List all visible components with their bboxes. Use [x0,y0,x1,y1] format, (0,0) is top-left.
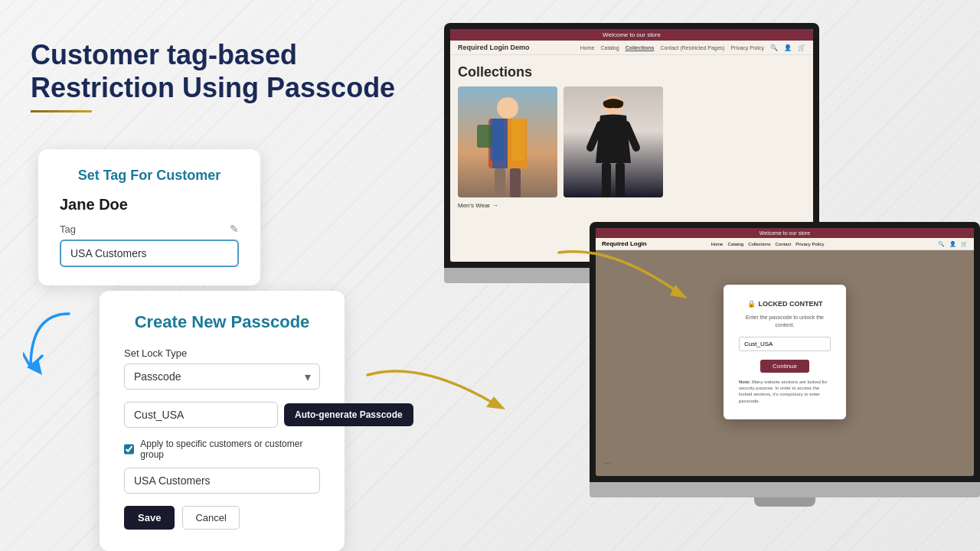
passcode-row: Auto-generate Passcode [124,402,320,428]
front-user-icon[interactable]: 👤 [949,241,956,247]
front-nav-privacy[interactable]: Privacy Policy [795,242,824,246]
store-logo-back: Required Login Demo [458,44,574,51]
collection-mens[interactable] [458,86,557,197]
collections-grid [450,86,813,197]
lock-icon: 🔒 [747,300,756,308]
locked-modal: 🔒 LOCKED CONTENT Enter the passcode to u… [724,285,846,419]
set-tag-card-title: Set Tag For Customer [60,168,239,184]
front-nav-contact[interactable]: Contact [776,242,792,246]
nav-contact[interactable]: Contact (Restricted Pages) [660,45,724,51]
locked-passcode-input[interactable] [739,337,831,351]
svg-rect-14 [602,163,611,197]
svg-rect-10 [477,125,492,148]
laptop-front-base [590,482,980,497]
arrow2 [360,352,528,432]
svg-rect-9 [510,168,521,197]
store-nav-links-back: Home Catalog Collections Contact (Restri… [580,45,764,51]
tag-input[interactable] [60,240,239,267]
nav-catalog[interactable]: Catalog [601,45,619,51]
svg-rect-8 [495,168,505,197]
set-tag-card: Set Tag For Customer Jane Doe Tag ✎ [38,149,260,285]
svg-point-2 [497,97,518,119]
lock-type-select-wrapper: Passcode ▾ [124,364,320,390]
customer-name: Jane Doe [60,196,239,214]
svg-marker-1 [486,396,505,409]
mens-wear-label[interactable]: Men's Wear → [450,197,813,214]
left-section: Customer tag-based Restriction Using Pas… [0,0,429,551]
svg-rect-15 [616,163,625,197]
passcode-card-title: Create New Passcode [124,312,320,332]
nav-user-icon[interactable]: 👤 [784,44,792,51]
arrow1 [23,306,84,386]
tag-label: Tag ✎ [60,223,239,235]
lock-type-label: Set Lock Type [124,347,320,359]
store-nav-back: Required Login Demo Home Catalog Collect… [450,41,813,55]
nav-search-icon[interactable]: 🔍 [770,44,778,51]
nav-collections[interactable]: Collections [626,45,655,51]
title-underline [31,110,92,112]
collections-page-title: Collections [450,55,813,86]
edit-icon[interactable]: ✎ [230,223,239,235]
front-cart-icon[interactable]: 🛒 [961,241,968,247]
front-nav-collections[interactable]: Collections [748,242,770,246]
nav-cart-icon[interactable]: 🛒 [798,44,805,51]
note-text: Note: Many website sections are locked f… [739,379,831,405]
locked-subtitle: Enter the passcode to unlock the content… [739,314,831,329]
laptop-front-stand [754,497,815,507]
passcode-card: Create New Passcode Set Lock Type Passco… [100,291,345,551]
store-banner-back: Welcome to our store [450,29,813,41]
mens-person-svg [458,86,557,197]
arrow-laptops [551,237,689,317]
back-arrow[interactable]: ← [603,458,612,468]
cancel-button[interactable]: Cancel [182,506,239,530]
locked-title: 🔒 LOCKED CONTENT [739,300,831,308]
collection-womens[interactable] [564,86,663,197]
front-nav-catalog[interactable]: Catalog [727,242,743,246]
right-section: Welcome to our store Required Login Demo… [429,0,980,551]
svg-marker-0 [27,358,42,375]
action-buttons: Save Cancel [124,506,320,530]
save-button[interactable]: Save [124,506,175,530]
main-title: Customer tag-based Restriction Using Pas… [31,38,398,104]
svg-rect-7 [511,119,525,161]
checkbox-row: Apply to specific customers or customer … [124,439,320,460]
continue-button[interactable]: Continue [760,360,809,373]
nav-privacy[interactable]: Privacy Policy [730,45,764,51]
front-nav-home[interactable]: Home [710,242,723,246]
svg-marker-16 [670,285,688,298]
nav-home[interactable]: Home [580,45,595,51]
apply-checkbox[interactable] [124,444,134,455]
checkbox-label: Apply to specific customers or customer … [140,439,320,460]
customer-group-input[interactable] [124,468,320,494]
womens-person-svg [564,86,663,197]
passcode-input[interactable] [124,402,278,428]
lock-type-select[interactable]: Passcode [124,364,320,390]
front-search-icon[interactable]: 🔍 [938,241,945,247]
